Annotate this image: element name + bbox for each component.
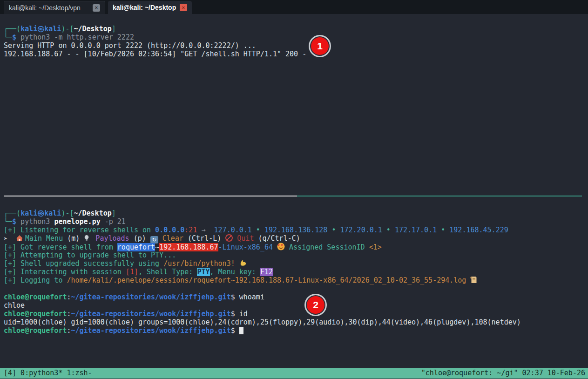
- colon: :: [67, 310, 71, 318]
- pane-separator-left: [4, 196, 297, 196]
- dollar: $: [231, 310, 235, 318]
- command-line: └─$ python3 penelope.py -p 21: [4, 217, 126, 226]
- command-script: penelope.py: [54, 217, 100, 226]
- menu-key-highlight: F12: [260, 268, 273, 276]
- attempting-line: [+] Attempting to upgrade shell to PTY..…: [4, 251, 176, 259]
- prompt-frame: )-[: [61, 209, 74, 217]
- pane-separator-right: [297, 196, 582, 196]
- listening-line: [+] Listening for reverse shells on 0.0.…: [4, 226, 508, 234]
- tab-desktop-vpn[interactable]: kali@kali: ~/Desktop/vpn ×: [4, 1, 105, 14]
- heart-eyes-icon: ♥♥: [277, 243, 285, 252]
- shell-user: chloe@roquefort: [4, 293, 67, 301]
- assigned-text: Assigned SessionID: [285, 243, 369, 251]
- got-shell-text: [+] Got reverse shell from: [4, 243, 117, 251]
- logging-text: [+] Logging to: [4, 276, 67, 284]
- command-whoami: whoami: [235, 293, 264, 301]
- terminal-cursor: [239, 327, 243, 334]
- prompt-path: ~/Desktop: [74, 25, 111, 33]
- interacting-line: [+] Interacting with session [1], Shell …: [4, 268, 273, 276]
- tab-desktop[interactable]: kali@kali: ~/Desktop ×: [108, 1, 192, 14]
- prompt-user: kali㉿kali: [20, 209, 61, 217]
- prompt-line: ┌──(kali㉿kali)-[~/Desktop]: [4, 209, 116, 217]
- whoami-output: chloe: [4, 301, 25, 310]
- menu-item-main-menu[interactable]: Main Menu: [25, 234, 63, 243]
- bullet-separator: •: [252, 226, 264, 234]
- python-path: /usr/bin/python3!: [163, 259, 235, 268]
- arrow-icon: →: [197, 226, 214, 234]
- annotation-badge-2: 2: [307, 296, 324, 314]
- prompt-frame: └─: [4, 33, 12, 41]
- colon: :: [67, 326, 71, 335]
- prompt-frame: ]: [112, 25, 116, 33]
- prompt-line: ┌──(kali㉿kali)-[~/Desktop]: [4, 25, 116, 33]
- interface-ip: 127.0.0.1: [214, 226, 252, 234]
- bind-port: :21: [184, 226, 197, 234]
- dollar: $: [231, 326, 235, 335]
- shell-user: chloe@roquefort: [4, 326, 67, 335]
- prompt-path: ~/Desktop: [74, 209, 111, 217]
- tmux-status-bar: [4] 0:python3* 1:zsh- "chloe@roquefort: …: [0, 368, 588, 379]
- bullet-separator: •: [327, 226, 340, 234]
- os-arch-text: -Linux-x86_64: [218, 243, 273, 251]
- muscle-icon: [239, 259, 247, 269]
- command-args: -p 21: [101, 217, 126, 226]
- log-file-path: /home/kali/.penelope/sessions/roquefort~…: [67, 276, 466, 284]
- shell-path: ~/gitea-repositories/wook/izffjehp.git: [71, 293, 231, 301]
- prompt-dollar: $: [12, 217, 16, 226]
- shell-prompt-line: chloe@roquefort:~/gitea-repositories/woo…: [4, 326, 243, 335]
- shell-type-highlight: PTY: [197, 268, 210, 276]
- shell-path: ~/gitea-repositories/wook/izffjehp.git: [71, 310, 231, 318]
- pointer-icon: ➤: [4, 235, 7, 242]
- menu-key: (p): [134, 234, 146, 243]
- shell-user: chloe@roquefort: [4, 310, 67, 318]
- annotation-badge-1: 1: [311, 37, 329, 55]
- interface-ip: 192.168.136.128: [264, 226, 327, 234]
- interface-ip: 172.17.0.1: [395, 226, 437, 234]
- interacting-text: [+] Interacting with session: [4, 268, 126, 276]
- interacting-text: , Menu key:: [210, 268, 260, 276]
- shell-prompt-line: chloe@roquefort:~/gitea-repositories/woo…: [4, 310, 248, 318]
- prompt-frame: └─: [4, 217, 12, 226]
- scroll-icon: [470, 276, 477, 285]
- tmux-window-list: [4] 0:python3* 1:zsh-: [0, 368, 92, 379]
- hostname-highlight: roquefort: [117, 243, 155, 251]
- tab-bar: kali@kali: ~/Desktop/vpn × kali@kali: ~/…: [0, 0, 588, 14]
- prompt-frame: )-[: [61, 25, 74, 33]
- interacting-text: , Shell Type:: [138, 268, 197, 276]
- menu-item-quit[interactable]: Quit: [237, 234, 254, 243]
- command-line: └─$ python3 -m http.server 2222: [4, 33, 134, 41]
- tab-title: kali@kali: ~/Desktop/vpn: [9, 4, 81, 12]
- logging-line: [+] Logging to /home/kali/.penelope/sess…: [4, 276, 477, 284]
- menu-item-payloads[interactable]: Payloads: [95, 234, 129, 243]
- menu-key: (q/Ctrl-C): [258, 234, 300, 243]
- tmux-status-right: "chloe@roquefort: ~/gi" 02:37 10-Feb-26: [421, 368, 588, 379]
- upgraded-text: [+] Shell upgraded successfully using: [4, 259, 163, 268]
- tab-title: kali@kali: ~/Desktop: [113, 4, 176, 11]
- bind-ip: 0.0.0.0: [155, 226, 184, 234]
- menu-key: (m): [67, 234, 80, 243]
- dollar: $: [231, 293, 235, 301]
- bullet-separator: •: [437, 226, 449, 234]
- close-icon[interactable]: ×: [180, 4, 187, 11]
- session-id: <1>: [369, 243, 382, 251]
- prohibited-icon: [225, 234, 233, 242]
- upgraded-line: [+] Shell upgraded successfully using /u…: [4, 259, 247, 268]
- svg-text:♥: ♥: [278, 244, 280, 247]
- command-id: id: [235, 310, 248, 318]
- command-text: python3 -m http.server 2222: [16, 33, 134, 41]
- menu-key: (Ctrl-L): [188, 234, 221, 243]
- listening-text: [+] Listening for reverse shells on: [4, 226, 155, 234]
- command-text: python3: [16, 217, 54, 226]
- shell-prompt-line: chloe@roquefort:~/gitea-repositories/woo…: [4, 293, 264, 301]
- prompt-dollar: $: [12, 33, 16, 41]
- menu-item-clear[interactable]: Clear: [162, 234, 183, 243]
- penelope-menu-line: ➤ Main Menu (m) Payloads (p) ↻ Clear (Ct…: [4, 234, 300, 243]
- got-shell-line: [+] Got reverse shell from roquefort~192…: [4, 243, 382, 251]
- close-icon[interactable]: ×: [93, 4, 100, 12]
- svg-text:♥: ♥: [281, 244, 283, 247]
- tilde: ~: [155, 243, 159, 251]
- prompt-frame: ]: [112, 209, 116, 217]
- colon: :: [67, 293, 71, 301]
- ip-highlight: 192.168.188.67: [159, 243, 218, 251]
- http-request-log-line: 192.168.188.67 - - [10/Feb/2026 02:36:54…: [4, 50, 306, 58]
